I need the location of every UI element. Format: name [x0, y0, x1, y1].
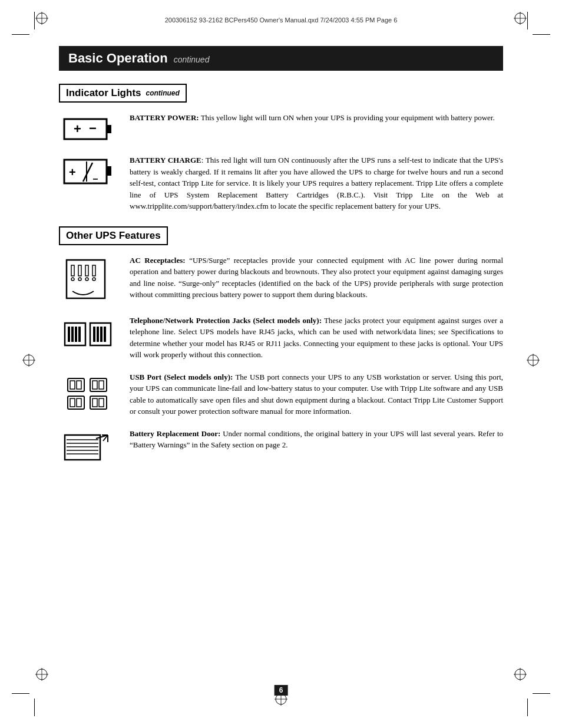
svg-rect-33 [71, 278, 74, 281]
ac-receptacles-body: “UPS/Surge” receptacles provide your con… [130, 256, 503, 299]
banner-title: Basic Operation [68, 51, 168, 66]
indicator-lights-title: Indicator Lights [66, 87, 141, 99]
battery-charge-icon: + − [59, 154, 118, 192]
battery-door-label: Battery Replacement Door: [130, 429, 220, 438]
ac-receptacles-label: AC Receptacles: [130, 256, 186, 265]
svg-rect-39 [92, 278, 95, 281]
svg-rect-48 [100, 327, 103, 342]
telephone-jacks-label: Telephone/Network Protection Jacks (Sele… [130, 316, 322, 325]
banner-sub: continued [174, 55, 210, 64]
crop-mark [12, 34, 29, 35]
indicator-lights-header: Indicator Lights continued [59, 84, 187, 103]
svg-rect-37 [85, 278, 88, 281]
svg-rect-32 [71, 265, 74, 276]
usb-port-label: USB Port (Select models only): [130, 373, 233, 381]
battery-power-row: + − BATTERY POWER: This yellow light wil… [59, 112, 503, 144]
svg-rect-43 [75, 327, 77, 342]
telephone-jacks-icon [59, 315, 118, 353]
svg-text:+: + [74, 121, 81, 136]
svg-rect-35 [78, 278, 81, 281]
reg-mark-mid-left [22, 354, 35, 367]
reg-mark-mid-right [527, 354, 540, 367]
svg-rect-36 [85, 265, 88, 276]
svg-rect-41 [68, 327, 70, 342]
ac-receptacles-text: AC Receptacles: “UPS/Surge” receptacles … [130, 255, 503, 301]
section-banner: Basic Operation continued [59, 46, 503, 71]
crop-mark [533, 34, 550, 35]
svg-rect-49 [104, 327, 106, 342]
svg-rect-54 [92, 381, 97, 389]
battery-door-icon [59, 428, 118, 466]
svg-rect-52 [77, 381, 81, 389]
crop-mark [34, 699, 35, 716]
svg-text:−: − [92, 174, 98, 184]
svg-text:+: + [69, 166, 76, 179]
battery-power-body: This yellow light will turn ON when your… [199, 113, 495, 122]
battery-power-text: BATTERY POWER: This yellow light will tu… [130, 112, 503, 124]
crop-mark [533, 693, 550, 694]
svg-rect-44 [78, 327, 81, 342]
svg-rect-34 [78, 265, 81, 276]
battery-charge-text: BATTERY CHARGE: This red light will turn… [130, 154, 503, 212]
reg-mark-bottom-right [514, 668, 527, 681]
svg-text:−: − [89, 121, 97, 136]
crop-mark [527, 699, 528, 716]
svg-rect-47 [97, 327, 99, 342]
svg-rect-21 [64, 119, 107, 139]
svg-rect-26 [107, 166, 111, 176]
svg-rect-57 [70, 398, 75, 407]
ac-receptacles-row: AC Receptacles: “UPS/Surge” receptacles … [59, 255, 503, 304]
main-content: Basic Operation continued Indicator Ligh… [59, 46, 503, 476]
other-ups-title: Other UPS Features [66, 230, 161, 242]
svg-rect-38 [92, 265, 95, 276]
indicator-lights-sub: continued [146, 89, 180, 97]
other-ups-header: Other UPS Features [59, 226, 168, 245]
svg-rect-51 [70, 381, 75, 389]
page-number: 6 [275, 685, 288, 696]
svg-rect-22 [107, 125, 111, 133]
usb-port-text: USB Port (Select models only): The USB p… [130, 371, 503, 417]
svg-rect-62 [65, 435, 100, 460]
battery-power-label: BATTERY POWER: [130, 113, 199, 122]
page-wrapper: 200306152 93-2162 BCPers450 Owner's Manu… [0, 0, 562, 728]
meta-text: 200306152 93-2162 BCPers450 Owner's Manu… [165, 17, 398, 24]
svg-rect-58 [77, 398, 81, 407]
svg-rect-46 [93, 327, 95, 342]
meta-line: 200306152 93-2162 BCPers450 Owner's Manu… [0, 17, 562, 24]
svg-rect-61 [99, 398, 104, 407]
battery-charge-row: + − BATTERY CHARGE: This red light will … [59, 154, 503, 212]
crop-mark [12, 693, 29, 694]
usb-port-row: USB Port (Select models only): The USB p… [59, 371, 503, 417]
battery-power-icon: + − [59, 112, 118, 144]
battery-charge-label: BATTERY CHARGE [130, 156, 201, 164]
svg-rect-42 [71, 327, 74, 342]
ac-receptacles-icon [59, 255, 118, 304]
svg-line-29 [83, 163, 92, 182]
reg-mark-bottom-left [35, 668, 48, 681]
telephone-jacks-text: Telephone/Network Protection Jacks (Sele… [130, 315, 503, 361]
battery-door-row: Battery Replacement Door: Under normal c… [59, 428, 503, 466]
usb-port-icon [59, 371, 118, 415]
battery-door-text: Battery Replacement Door: Under normal c… [130, 428, 503, 451]
svg-rect-60 [92, 398, 97, 407]
svg-rect-55 [99, 381, 104, 389]
telephone-jacks-row: Telephone/Network Protection Jacks (Sele… [59, 315, 503, 361]
